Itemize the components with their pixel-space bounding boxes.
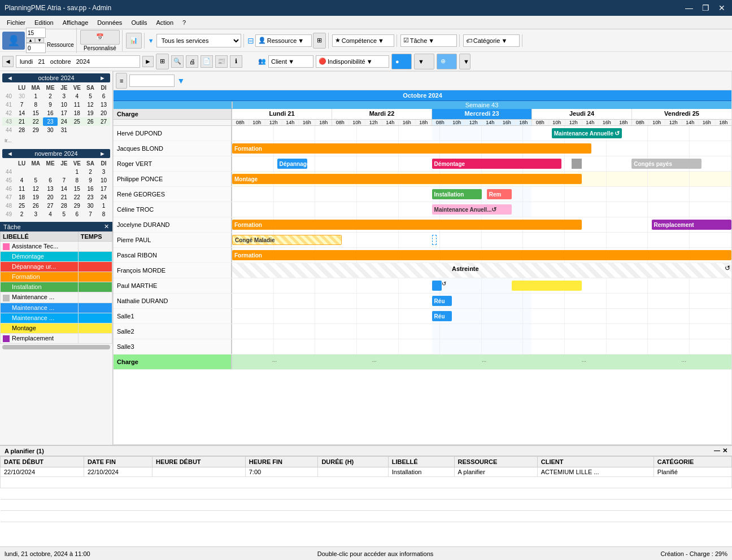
- menu-outils[interactable]: Outils: [127, 18, 151, 27]
- spin-input-bottom[interactable]: [26, 43, 46, 53]
- cal-week-41: 41 7 8 9 10 11 12 13: [2, 100, 110, 109]
- paul-rotate-icon[interactable]: ↺: [442, 281, 446, 287]
- spin-up[interactable]: ▲: [26, 38, 35, 43]
- resource-dropdown-btn[interactable]: 👤 Ressource ▼: [255, 34, 312, 47]
- export-btn[interactable]: 📄: [201, 55, 213, 68]
- gantt-content-salle1[interactable]: Réu: [232, 309, 731, 323]
- cal-next-btn[interactable]: ►: [97, 75, 108, 81]
- bottom-panel-minimize[interactable]: —: [714, 447, 720, 454]
- gantt-content-roger[interactable]: Dépannage Démontage Congés payés: [232, 156, 731, 171]
- bar-conges-roger[interactable]: Congés payés: [631, 159, 702, 169]
- gantt-content-celine[interactable]: Maintenance Anuell... ↺: [232, 202, 731, 217]
- task-row[interactable]: Maintenance ...: [1, 313, 112, 323]
- task-row[interactable]: Dépannage ur...: [1, 262, 112, 272]
- date-field[interactable]: [16, 55, 140, 68]
- gantt-content-paul[interactable]: ↺: [232, 278, 731, 293]
- gantt-content-pascal[interactable]: Formation: [232, 248, 731, 262]
- resource-filter-btn[interactable]: ⊞: [313, 33, 326, 49]
- gantt-view-btn[interactable]: ≡: [116, 73, 127, 89]
- gantt-content-salle3[interactable]: [232, 339, 731, 354]
- menu-action[interactable]: Action: [152, 18, 178, 27]
- astreinte-icon[interactable]: ↺: [725, 264, 730, 272]
- tache-btn[interactable]: ☑ Tâche ▼: [400, 34, 457, 47]
- nav-next-btn[interactable]: ►: [142, 56, 154, 67]
- calendar-view-btn[interactable]: 📅: [80, 30, 120, 45]
- search-btn[interactable]: 🔍: [171, 55, 184, 68]
- bar-maintenance-celine[interactable]: Maintenance Anuell... ↺: [432, 204, 512, 215]
- toggle-btn3[interactable]: ⊕: [437, 54, 457, 69]
- window-controls[interactable]: — ❐ ✕: [683, 3, 727, 12]
- gantt-content-herve[interactable]: Maintenance Annuelle ↺: [232, 126, 731, 141]
- gantt-search-input[interactable]: [129, 75, 175, 87]
- toggle-btn4[interactable]: ▼: [459, 54, 470, 69]
- client-dropdown-btn[interactable]: Client ▼: [268, 55, 313, 68]
- indisponibilite-btn[interactable]: 🔴 Indisponibilité ▼: [316, 55, 389, 68]
- bottom-row-1[interactable]: 22/10/2024 22/10/2024 7:00 Installation …: [1, 467, 732, 477]
- gantt-content-nathalie[interactable]: Réu: [232, 294, 731, 308]
- bar-formation-jacques[interactable]: Formation: [232, 143, 591, 154]
- spinbox-top[interactable]: ▲ ▼: [26, 28, 46, 43]
- bar-rem-rene[interactable]: Rem: [487, 189, 512, 199]
- bar-small-paul[interactable]: [432, 281, 442, 291]
- bar-formation-pascal[interactable]: Formation: [232, 250, 731, 260]
- nav-prev-btn[interactable]: ◄: [2, 56, 14, 67]
- gantt-content-pierre[interactable]: Congé Maladie: [232, 233, 731, 247]
- gantt-scroll-area[interactable]: Hervé DUPOND Maintenance Annuelle ↺ Jacq…: [114, 126, 731, 444]
- bar-formation-jocelyne[interactable]: Formation: [232, 220, 582, 230]
- task-row[interactable]: Montage: [1, 323, 112, 333]
- toggle-btn1[interactable]: ●: [391, 54, 412, 69]
- task-row[interactable]: Installation: [1, 282, 112, 292]
- gantt-options-btn[interactable]: ⊞: [156, 54, 169, 69]
- bar-yellow-paul[interactable]: [512, 281, 582, 291]
- task-row[interactable]: Démontage: [1, 252, 112, 262]
- gantt-content-jocelyne[interactable]: Formation Remplacement: [232, 217, 731, 232]
- task-scrollbar[interactable]: [2, 345, 110, 349]
- minimize-btn[interactable]: —: [683, 3, 695, 12]
- toggle-btn2[interactable]: ▼: [414, 54, 434, 69]
- service-select[interactable]: Tous les services: [156, 34, 241, 47]
- gantt-content-jacques[interactable]: Formation: [232, 141, 731, 156]
- col-libelle: LIBELLÉ: [388, 457, 454, 467]
- gantt-content-philippe[interactable]: Montage: [232, 172, 731, 186]
- menu-edition[interactable]: Edition: [30, 18, 58, 27]
- categorie-btn[interactable]: 🏷 Catégorie ▼: [463, 34, 520, 47]
- gantt-content-salle2[interactable]: [232, 324, 731, 339]
- menu-affichage[interactable]: Affichage: [58, 18, 93, 27]
- task-panel-close[interactable]: ✕: [104, 223, 109, 230]
- bar-maintenance-annuelle[interactable]: Maintenance Annuelle ↺: [552, 128, 622, 138]
- bar-depannage-roger[interactable]: Dépannage: [277, 159, 307, 169]
- competence-btn[interactable]: ★ Compétence ▼: [332, 34, 394, 47]
- task-row[interactable]: Remplacement: [1, 333, 112, 343]
- bar-reunion-nathalie[interactable]: Réu: [432, 296, 452, 306]
- bar-remplacement-jocelyne[interactable]: Remplacement: [652, 220, 731, 230]
- spinbox-bottom[interactable]: [26, 43, 46, 53]
- gantt-btn[interactable]: 📊: [126, 33, 142, 49]
- pdf-btn[interactable]: 📰: [215, 55, 228, 68]
- bar-conge-maladie-pierre[interactable]: Congé Maladie: [232, 235, 342, 245]
- task-row[interactable]: Assistance Tec...: [1, 242, 112, 252]
- print-btn[interactable]: 🖨: [186, 55, 198, 68]
- info-btn[interactable]: ℹ: [230, 55, 242, 68]
- gantt-content-rene[interactable]: Installation Rem: [232, 187, 731, 202]
- close-btn[interactable]: ✕: [716, 3, 727, 12]
- task-row[interactable]: Maintenance ...: [1, 292, 112, 303]
- cal2-prev-btn[interactable]: ◄: [5, 150, 15, 157]
- bar-reunion-salle1[interactable]: Réu: [432, 311, 452, 321]
- gantt-month-label: Octobre 2024: [403, 92, 442, 99]
- spin-down[interactable]: ▼: [35, 38, 44, 43]
- cal-prev-btn[interactable]: ◄: [5, 75, 15, 81]
- bottom-panel-close[interactable]: ✕: [722, 447, 727, 454]
- menu-donnees[interactable]: Données: [93, 18, 127, 27]
- cal2-next-btn[interactable]: ►: [97, 150, 108, 157]
- menu-help[interactable]: ?: [178, 18, 190, 27]
- menu-fichier[interactable]: Fichier: [2, 18, 30, 27]
- task-row[interactable]: Formation: [1, 272, 112, 282]
- bar-installation-rene[interactable]: Installation: [432, 189, 482, 199]
- gantt-content-francois[interactable]: Astreinte ↺: [232, 263, 731, 278]
- spin-input-top[interactable]: [26, 28, 46, 38]
- task-row[interactable]: Maintenance ...: [1, 303, 112, 313]
- bar-demontage-roger[interactable]: Démontage: [432, 159, 562, 169]
- bar-montage-philippe[interactable]: Montage: [232, 174, 582, 184]
- gantt-content-charge[interactable]: ... ... ... ... ...: [232, 355, 731, 369]
- maximize-btn[interactable]: ❐: [700, 3, 712, 12]
